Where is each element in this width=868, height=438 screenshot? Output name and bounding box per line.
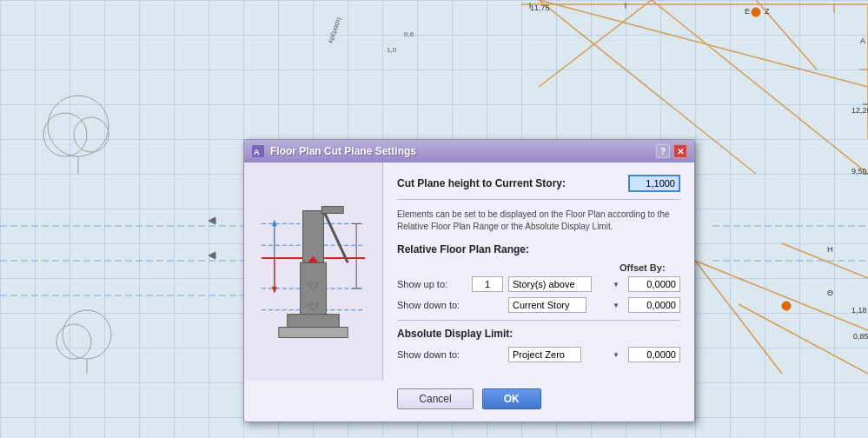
show-down-relative-label: Show down to: xyxy=(397,300,467,310)
cut-plane-section: Cut Plane height to Current Story: xyxy=(397,175,680,200)
show-down-absolute-select-wrapper: Project Zero Sea Level xyxy=(508,347,623,362)
show-down-relative-select-wrapper: Current Story Story above Story below xyxy=(508,297,623,313)
dialog-body: Cut Plane height to Current Story: Eleme… xyxy=(244,163,694,380)
dialog-title-left: A Floor Plan Cut Plane Settings xyxy=(251,144,416,158)
show-down-absolute-select[interactable]: Project Zero Sea Level xyxy=(508,347,581,362)
cancel-button[interactable]: Cancel xyxy=(397,388,473,409)
info-text: Elements can be set to be displayed on t… xyxy=(397,209,680,233)
svg-rect-55 xyxy=(288,315,340,328)
ok-button[interactable]: OK xyxy=(482,388,541,409)
absolute-section-title: Absolute Display Limit: xyxy=(397,328,680,340)
dialog-title: Floor Plan Cut Plane Settings xyxy=(270,145,416,157)
svg-rect-59 xyxy=(321,207,343,214)
show-down-relative-select[interactable]: Current Story Story above Story below xyxy=(508,297,586,313)
help-button[interactable]: ? xyxy=(656,144,670,158)
show-up-select[interactable]: Story(s) above Story(s) below xyxy=(508,276,592,292)
dialog-titlebar: A Floor Plan Cut Plane Settings ? ✕ xyxy=(244,140,694,163)
svg-rect-57 xyxy=(303,211,324,263)
close-button[interactable]: ✕ xyxy=(673,144,687,158)
cut-plane-input[interactable] xyxy=(628,175,680,192)
offset-header: Offset By: xyxy=(397,262,680,273)
show-down-absolute-row: Show down to: Project Zero Sea Level xyxy=(397,347,680,362)
show-up-number-input[interactable] xyxy=(472,276,503,292)
offset-by-label: Offset By: xyxy=(620,262,680,273)
show-down-absolute-offset-input[interactable] xyxy=(628,347,680,362)
show-up-select-wrapper: Story(s) above Story(s) below xyxy=(508,276,623,292)
archicad-icon: A xyxy=(251,144,265,158)
svg-text:A: A xyxy=(254,148,260,156)
floor-plan-diagram xyxy=(253,176,374,367)
show-up-offset-input[interactable] xyxy=(628,276,680,292)
show-down-relative-row: Show down to: Current Story Story above … xyxy=(397,297,680,313)
show-up-label: Show up to: xyxy=(397,279,467,289)
show-down-absolute-label: Show down to: xyxy=(397,349,467,360)
diagram-panel xyxy=(244,163,383,380)
dialog-title-buttons: ? ✕ xyxy=(656,144,687,158)
show-up-row: Show up to: Story(s) above Story(s) belo… xyxy=(397,276,680,292)
svg-rect-56 xyxy=(279,328,348,338)
floor-plan-cut-plane-dialog: A Floor Plan Cut Plane Settings ? ✕ xyxy=(243,139,695,422)
dialog-buttons: Cancel OK xyxy=(244,380,694,421)
show-down-relative-offset-input[interactable] xyxy=(628,297,680,313)
relative-section-title: Relative Floor Plan Range: xyxy=(397,243,680,256)
section-divider xyxy=(397,320,680,321)
settings-panel: Cut Plane height to Current Story: Eleme… xyxy=(383,163,694,380)
cut-plane-label: Cut Plane height to Current Story: xyxy=(397,177,566,189)
